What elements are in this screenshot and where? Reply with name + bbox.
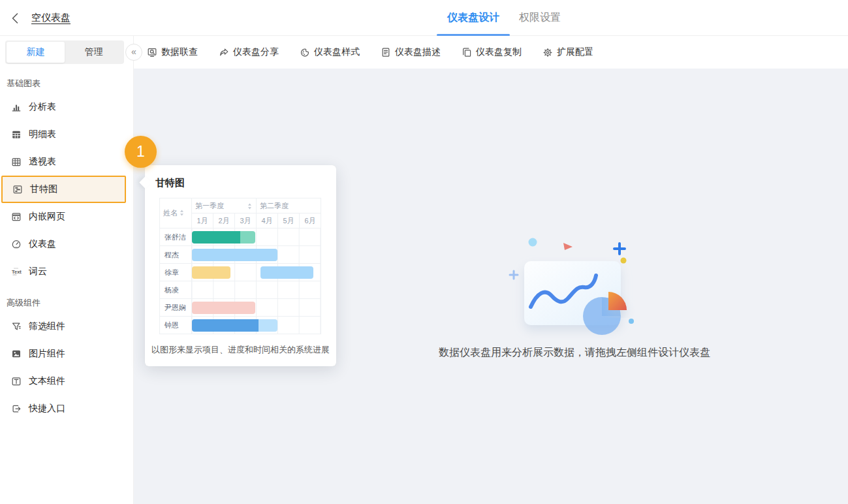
sidebar-nav: 基础图表分析表明细表透视表甘特图内嵌网页仪表盘Text词云高级组件筛选组件图片组… bbox=[0, 70, 126, 422]
collapse-sidebar-button[interactable]: « bbox=[125, 44, 142, 61]
config-icon bbox=[542, 47, 553, 57]
toolbar-item-label: 数据联查 bbox=[161, 46, 198, 58]
embed-web-icon bbox=[10, 212, 22, 223]
gantt-month-header: 4月 bbox=[257, 213, 278, 228]
sidebar-section-title: 高级组件 bbox=[0, 285, 126, 313]
gantt-quarter-header: 第二季度 bbox=[257, 198, 321, 213]
sidebar-item-label: 图片组件 bbox=[29, 348, 65, 360]
sidebar-item-label: 快捷入口 bbox=[29, 403, 65, 415]
gantt-row-name: 程杰 bbox=[160, 246, 192, 264]
gantt-row-name: 尹恩娴 bbox=[160, 299, 192, 317]
gantt-month-header: 5月 bbox=[278, 213, 300, 228]
toolbar-style-button[interactable]: 仪表盘样式 bbox=[300, 46, 360, 58]
toolbar-config-button[interactable]: 扩展配置 bbox=[542, 46, 593, 58]
gantt-row-name: 杨凌 bbox=[160, 281, 192, 299]
gantt-bar bbox=[259, 319, 278, 332]
sidebar-item-label: 文本组件 bbox=[29, 375, 65, 387]
page-title[interactable]: 空仪表盘 bbox=[31, 12, 71, 24]
sidebar-item-text[interactable]: 文本组件 bbox=[0, 368, 126, 395]
gantt-row-name: 钟恩 bbox=[160, 317, 192, 334]
analysis-table-icon bbox=[10, 102, 22, 113]
app-window: 空仪表盘 仪表盘设计 权限设置 新建 管理 基础图表分析表明细表透视表甘特图内嵌… bbox=[0, 0, 848, 504]
gantt-preview-tooltip: 甘特图 姓名第一季度第二季度1月2月3月4月5月6月张舒洁程杰徐章杨凌尹恩娴钟恩… bbox=[145, 165, 336, 366]
app-header: 空仪表盘 仪表盘设计 权限设置 bbox=[0, 0, 848, 36]
toolbar-data-link-button[interactable]: 数据联查 bbox=[147, 46, 198, 58]
word-cloud-icon: Text bbox=[10, 266, 22, 277]
sidebar-item-label: 明细表 bbox=[29, 129, 56, 140]
tab-label: 仪表盘设计 bbox=[447, 11, 499, 25]
detail-table-icon bbox=[10, 129, 22, 140]
sidebar-item-filter[interactable]: 筛选组件 bbox=[0, 313, 126, 340]
canvas-empty-hint: 数据仪表盘用来分析展示数据，请拖拽左侧组件设计仪表盘 bbox=[428, 346, 721, 360]
gantt-quarter-header: 第一季度 bbox=[192, 198, 257, 213]
gantt-row-bars bbox=[192, 246, 321, 264]
sidebar-item-image[interactable]: 图片组件 bbox=[0, 340, 126, 368]
gantt-name-header: 姓名 bbox=[160, 198, 192, 228]
sidebar-item-label: 透视表 bbox=[29, 156, 56, 168]
gantt-month-header: 2月 bbox=[213, 213, 235, 228]
dashboard-toolbar: « 数据联查仪表盘分享仪表盘样式仪表盘描述仪表盘复制扩展配置 bbox=[134, 36, 848, 69]
image-icon bbox=[10, 349, 22, 360]
gantt-row-bars bbox=[192, 264, 321, 281]
tab-permission-settings[interactable]: 权限设置 bbox=[518, 0, 562, 36]
describe-icon bbox=[381, 47, 391, 57]
sidebar-item-label: 分析表 bbox=[29, 101, 56, 113]
sidebar-item-analysis-table[interactable]: 分析表 bbox=[0, 93, 126, 121]
gantt-table: 姓名第一季度第二季度1月2月3月4月5月6月张舒洁程杰徐章杨凌尹恩娴钟恩 bbox=[159, 198, 321, 334]
toolbar-item-label: 仪表盘分享 bbox=[233, 46, 279, 58]
gantt-row-bars bbox=[192, 228, 321, 246]
gantt-bar bbox=[240, 231, 255, 244]
pivot-table-icon bbox=[10, 157, 22, 168]
gantt-icon bbox=[12, 184, 23, 195]
back-chevron-icon bbox=[10, 12, 20, 24]
back-button[interactable] bbox=[8, 11, 22, 25]
gantt-row: 程杰 bbox=[160, 246, 321, 264]
gantt-row: 徐章 bbox=[160, 264, 321, 281]
copy-icon bbox=[462, 47, 472, 57]
text-icon bbox=[10, 376, 22, 387]
sidebar-item-gantt[interactable]: 甘特图 bbox=[1, 176, 126, 203]
gantt-bar bbox=[192, 231, 240, 244]
gantt-row-bars bbox=[192, 299, 321, 317]
sidebar-item-label: 筛选组件 bbox=[29, 321, 65, 332]
gantt-bar bbox=[192, 266, 230, 279]
toolbar-describe-button[interactable]: 仪表盘描述 bbox=[381, 46, 441, 58]
filter-icon bbox=[10, 321, 22, 332]
share-icon bbox=[219, 47, 229, 57]
toolbar-item-label: 仪表盘描述 bbox=[395, 46, 441, 58]
gantt-preview-table: 姓名第一季度第二季度1月2月3月4月5月6月张舒洁程杰徐章杨凌尹恩娴钟恩 bbox=[159, 198, 322, 334]
gantt-month-header: 6月 bbox=[300, 213, 321, 228]
tab-dashboard-design[interactable]: 仪表盘设计 bbox=[446, 0, 501, 36]
gantt-row-bars bbox=[192, 317, 321, 334]
tooltip-caption: 以图形来显示项目、进度和时间相关的系统进展 bbox=[150, 344, 331, 356]
toolbar-item-label: 扩展配置 bbox=[557, 46, 593, 58]
header-tabs: 仪表盘设计 权限设置 bbox=[446, 0, 562, 36]
toolbar-share-button[interactable]: 仪表盘分享 bbox=[219, 46, 279, 58]
gantt-row-bars bbox=[192, 281, 321, 299]
sidebar-tab-manage[interactable]: 管理 bbox=[65, 42, 123, 63]
sidebar-item-pivot-table[interactable]: 透视表 bbox=[0, 148, 126, 176]
toolbar-item-label: 仪表盘复制 bbox=[476, 46, 522, 58]
sidebar-item-word-cloud[interactable]: Text词云 bbox=[0, 258, 126, 285]
sidebar-item-embed-web[interactable]: 内嵌网页 bbox=[0, 203, 126, 230]
gantt-bar bbox=[192, 319, 259, 332]
sidebar-item-gauge[interactable]: 仪表盘 bbox=[0, 230, 126, 258]
gantt-row: 张舒洁 bbox=[160, 228, 321, 246]
tooltip-title: 甘特图 bbox=[155, 177, 326, 189]
gantt-row: 杨凌 bbox=[160, 281, 321, 299]
toolbar-copy-button[interactable]: 仪表盘复制 bbox=[462, 46, 522, 58]
gauge-icon bbox=[10, 239, 22, 250]
gantt-row-name: 徐章 bbox=[160, 264, 192, 281]
svg-text:Text: Text bbox=[12, 269, 22, 275]
style-icon bbox=[300, 47, 310, 57]
shortcut-icon bbox=[10, 403, 22, 415]
gantt-bar bbox=[260, 266, 313, 279]
sidebar-item-detail-table[interactable]: 明细表 bbox=[0, 121, 126, 148]
canvas-empty-state: 数据仪表盘用来分析展示数据，请拖拽左侧组件设计仪表盘 bbox=[428, 230, 721, 360]
dashboard-empty-illustration-icon bbox=[499, 230, 650, 341]
sidebar-tab-new[interactable]: 新建 bbox=[7, 42, 65, 63]
sidebar-item-shortcut[interactable]: 快捷入口 bbox=[0, 395, 126, 422]
tab-label: 权限设置 bbox=[519, 11, 561, 25]
sidebar-item-label: 甘特图 bbox=[30, 183, 57, 195]
sidebar-item-label: 内嵌网页 bbox=[29, 211, 65, 223]
